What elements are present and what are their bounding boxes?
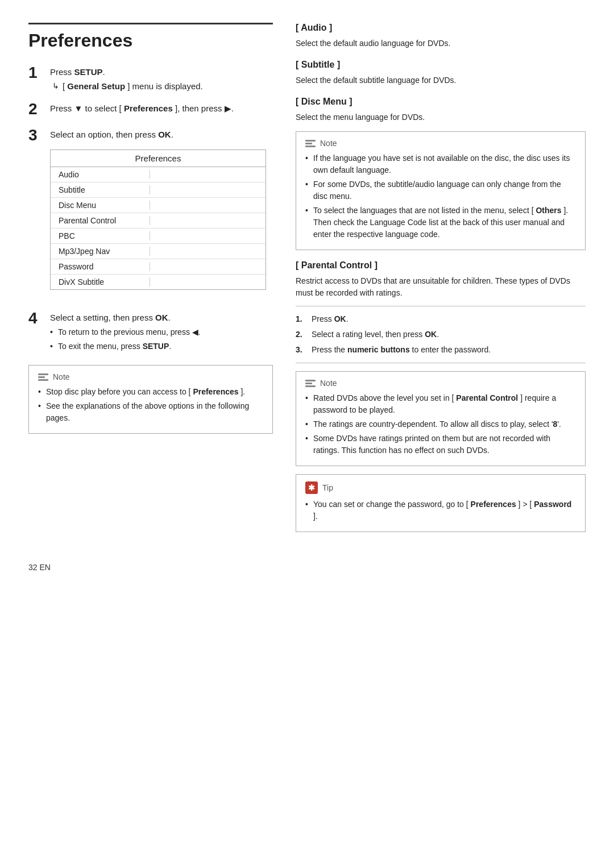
left-note-bullet-2: See the explanations of the above option… [38, 400, 263, 424]
step-1-content: Press SETUP. ↳ [ General Setup ] menu is… [50, 65, 273, 91]
parental-step-2: 2. Select a rating level, then press OK. [296, 329, 586, 340]
tip-label: Tip [322, 483, 333, 492]
step-1-indent: ↳ [ General Setup ] menu is displayed. [52, 81, 273, 91]
menu-value-audio [150, 170, 258, 179]
step-4: 4 Select a setting, then press OK. To re… [28, 310, 273, 355]
left-note-header: Note [38, 372, 263, 381]
divider-1 [296, 306, 586, 306]
left-note-label: Note [53, 372, 70, 381]
step-1-submenu: [ General Setup ] menu is displayed. [63, 81, 203, 91]
right-note-2-bullets: Rated DVDs above the level you set in [ … [305, 392, 576, 456]
tip-bullet-1: You can set or change the password, go t… [305, 499, 576, 522]
parental-step-3-num: 3. [296, 344, 307, 356]
left-note-bullets: Stop disc play before you can access to … [38, 386, 263, 424]
subtitle-section-header: [ Subtitle ] [296, 60, 586, 70]
left-note-box: Note Stop disc play before you can acces… [28, 365, 273, 434]
tip-header: ✱ Tip [305, 481, 576, 494]
right-note-1-header: Note [305, 139, 576, 148]
menu-label-password: Password [59, 262, 150, 271]
step-3-text: Select an option, then press OK. [50, 128, 273, 142]
left-note-bullet-1: Stop disc play before you can access to … [38, 386, 263, 398]
step-3-content: Select an option, then press OK. Prefere… [50, 127, 273, 300]
page-footer: 32 EN [28, 563, 586, 572]
step-1-text: Press SETUP. [50, 66, 273, 79]
parental-step-1-text: Press OK. [312, 313, 349, 325]
menu-value-divx [150, 277, 258, 286]
menu-row-subtitle: Subtitle [51, 182, 265, 198]
right-note-box-1: Note If the language you have set is not… [296, 131, 586, 250]
page-title: Preferences [28, 23, 273, 51]
right-note-2-bullet-1: Rated DVDs above the level you set in [ … [305, 392, 576, 416]
divider-2 [296, 363, 586, 363]
step-1: 1 Press SETUP. ↳ [ General Setup ] menu … [28, 65, 273, 91]
audio-desc: Select the default audio language for DV… [296, 38, 586, 49]
menu-label-disc-menu: Disc Menu [59, 201, 150, 210]
step-4-number: 4 [28, 310, 42, 326]
left-column: Preferences 1 Press SETUP. ↳ [ General S… [28, 23, 273, 540]
menu-label-divx: DivX Subtitle [59, 277, 150, 286]
right-column: [ Audio ] Select the default audio langu… [296, 23, 586, 540]
step-2-number: 2 [28, 101, 42, 117]
menu-value-pbc [150, 231, 258, 240]
note-line-1 [38, 373, 48, 375]
audio-section-header: [ Audio ] [296, 23, 586, 33]
menu-value-mp3jpeg [150, 247, 258, 256]
note-line-4 [305, 140, 316, 142]
disc-menu-desc: Select the menu language for DVDs. [296, 111, 586, 123]
menu-label-parental-control: Parental Control [59, 216, 150, 225]
menu-label-mp3jpeg: Mp3/Jpeg Nav [59, 247, 150, 256]
parental-step-3-text: Press the numeric buttons to enter the p… [312, 344, 491, 356]
menu-label-subtitle: Subtitle [59, 185, 150, 194]
menu-value-parental-control [150, 216, 258, 225]
right-note-2-bullet-3: Some DVDs have ratings printed on them b… [305, 433, 576, 456]
note-line-3 [38, 379, 48, 381]
menu-title: Preferences [51, 150, 265, 167]
note-icon [38, 373, 48, 381]
disc-menu-section-header: [ Disc Menu ] [296, 97, 586, 107]
note-line-5 [305, 143, 312, 144]
step-1-number: 1 [28, 65, 42, 81]
step-4-bullet-1: To return to the previous menu, press ◀. [50, 326, 273, 338]
arrow-icon: ↳ [52, 81, 59, 90]
menu-row-disc-menu: Disc Menu [51, 198, 265, 213]
right-note-1-bullet-2: For some DVDs, the subtitle/audio langua… [305, 178, 576, 202]
right-note-1-bullet-3: To select the languages that are not lis… [305, 205, 576, 240]
note-line-2 [38, 376, 45, 378]
preferences-menu-table: Preferences Audio Subtitle Disc Menu [50, 149, 266, 290]
right-note-1-bullet-1: If the language you have set is not avai… [305, 152, 576, 176]
tip-icon: ✱ [305, 481, 318, 494]
menu-row-mp3jpeg: Mp3/Jpeg Nav [51, 244, 265, 259]
menu-label-pbc: PBC [59, 231, 150, 240]
step-3-number: 3 [28, 127, 42, 143]
menu-value-subtitle [150, 185, 258, 194]
tip-bullets: You can set or change the password, go t… [305, 499, 576, 522]
right-note-box-2: Note Rated DVDs above the level you set … [296, 371, 586, 466]
parental-control-section-header: [ Parental Control ] [296, 260, 586, 271]
menu-value-password [150, 262, 258, 271]
parental-step-1-num: 1. [296, 313, 307, 325]
menu-row-parental-control: Parental Control [51, 213, 265, 229]
note-line-7 [305, 380, 316, 381]
note-line-8 [305, 383, 312, 384]
note-line-6 [305, 146, 316, 147]
parental-control-steps: 1. Press OK. 2. Select a rating level, t… [296, 313, 586, 356]
parental-control-desc: Restrict access to DVDs that are unsuita… [296, 275, 586, 299]
menu-row-pbc: PBC [51, 229, 265, 244]
step-4-bullet-2: To exit the menu, press SETUP. [50, 340, 273, 352]
menu-value-disc-menu [150, 201, 258, 210]
note-icon-3 [305, 380, 316, 387]
step-4-bullets: To return to the previous menu, press ◀.… [50, 326, 273, 352]
parental-step-2-num: 2. [296, 329, 307, 340]
parental-step-1: 1. Press OK. [296, 313, 586, 325]
right-note-2-bullet-2: The ratings are country-dependent. To al… [305, 418, 576, 430]
step-3: 3 Select an option, then press OK. Prefe… [28, 127, 273, 300]
menu-row-audio: Audio [51, 167, 265, 182]
menu-row-divx: DivX Subtitle [51, 275, 265, 289]
parental-step-3: 3. Press the numeric buttons to enter th… [296, 344, 586, 356]
step-2-content: Press ▼ to select [ Preferences ], then … [50, 101, 273, 118]
step-4-content: Select a setting, then press OK. To retu… [50, 310, 273, 355]
note-line-9 [305, 385, 316, 387]
parental-step-2-text: Select a rating level, then press OK. [312, 329, 439, 340]
right-note-2-label: Note [320, 379, 337, 388]
right-note-2-header: Note [305, 379, 576, 388]
